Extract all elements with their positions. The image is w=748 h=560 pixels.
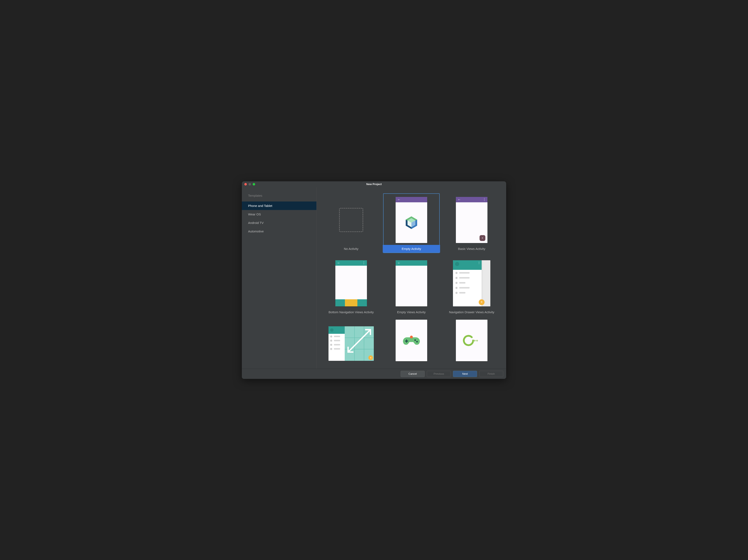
template-card-bottom-navigation[interactable]: ← ⋮ Bottom Navigation Views Activity <box>323 257 379 316</box>
template-thumb: + <box>323 322 379 364</box>
phone-preview: ++ <box>456 320 487 361</box>
sidebar-item-label: Automotive <box>248 229 264 233</box>
zoom-window-icon[interactable] <box>253 183 255 186</box>
grid-pane: + <box>345 326 374 361</box>
overflow-menu-icon: ⋮ <box>483 198 486 201</box>
phone-preview: ← <box>396 197 427 243</box>
sidebar-item-automotive[interactable]: Automotive <box>242 227 317 236</box>
back-arrow-icon: ← <box>397 261 401 265</box>
template-grid: No Activity ← <box>323 193 500 364</box>
sidebar-item-phone-and-tablet[interactable]: Phone and Tablet <box>242 201 317 210</box>
template-label: Bottom Navigation Views Activity <box>323 308 380 316</box>
template-thumb: ← <box>383 195 439 245</box>
template-label: No Activity <box>323 245 380 252</box>
dialog-footer: Cancel Previous Next Finish <box>242 369 506 379</box>
template-thumb <box>323 195 379 245</box>
template-card-navigation-drawer[interactable]: ⋮ + <box>443 257 500 316</box>
app-bar: ← ⋮ <box>456 197 487 202</box>
sidebar-item-android-tv[interactable]: Android TV <box>242 219 317 227</box>
cancel-button[interactable]: Cancel <box>401 371 425 377</box>
template-thumb: ++ <box>444 322 499 359</box>
template-card-basic-views-activity[interactable]: ← ⋮ + Basic Views Activity <box>443 193 500 253</box>
template-card-empty-activity[interactable]: ← <box>383 193 440 253</box>
button-label: Next <box>462 372 468 375</box>
app-bar: ← <box>396 260 427 266</box>
phone-preview: ⋮ + <box>453 260 490 307</box>
overflow-menu-icon: ⋮ <box>478 261 481 264</box>
avatar-icon <box>455 262 459 266</box>
minimize-window-icon[interactable] <box>249 183 251 186</box>
cpp-icon: ++ <box>463 333 481 348</box>
back-arrow-icon: ← <box>337 261 340 265</box>
titlebar: New Project <box>242 181 506 187</box>
button-label: Cancel <box>408 372 417 375</box>
window-title: New Project <box>366 182 382 186</box>
avatar-icon <box>330 328 333 332</box>
resize-arrow-icon <box>346 327 373 354</box>
template-card-no-activity[interactable]: No Activity <box>323 193 379 253</box>
sidebar-item-label: Wear OS <box>248 213 261 216</box>
phone-preview: ← <box>396 260 427 307</box>
phone-body: ++ <box>456 320 487 361</box>
template-label: Empty Activity <box>383 245 440 252</box>
template-thumb: ⋮ + <box>444 259 499 308</box>
svg-text:++: ++ <box>474 339 478 343</box>
template-gallery[interactable]: No Activity ← <box>317 187 506 369</box>
app-bar: ← <box>396 197 427 202</box>
gamepad-icon <box>402 334 421 347</box>
sidebar-header: Templates <box>242 191 317 201</box>
overflow-menu-icon: ⋮ <box>362 261 365 265</box>
template-label: Basic Views Activity <box>443 245 500 252</box>
close-window-icon[interactable] <box>244 183 247 186</box>
back-arrow-icon: ← <box>397 198 401 201</box>
compose-logo-icon <box>404 215 419 230</box>
dashed-placeholder-icon <box>339 208 363 232</box>
phone-preview: ← ⋮ <box>335 260 367 307</box>
sidebar-item-label: Android TV <box>248 221 264 224</box>
previous-button: Previous <box>427 371 451 377</box>
template-thumb: ← ⋮ <box>323 259 379 308</box>
fab-add-icon: + <box>480 235 485 241</box>
sidebar-item-wear-os[interactable]: Wear OS <box>242 210 317 219</box>
next-button[interactable]: Next <box>453 371 477 377</box>
dialog-body: Templates Phone and Tablet Wear OS Andro… <box>242 187 506 369</box>
template-label: Navigation Drawer Views Activity <box>443 308 500 316</box>
button-label: Previous <box>434 372 444 375</box>
template-card-empty-views-activity[interactable]: ← Empty Views Activity <box>383 257 440 316</box>
svg-point-10 <box>416 341 418 342</box>
phone-body: + <box>456 202 487 243</box>
template-thumb: ← <box>383 259 439 308</box>
svg-line-6 <box>348 330 371 352</box>
drawer-rows <box>453 270 482 299</box>
bottom-nav <box>335 299 367 307</box>
template-label: Empty Views Activity <box>383 308 440 316</box>
finish-button: Finish <box>479 371 503 377</box>
svg-point-9 <box>414 339 416 341</box>
fab-add-icon: + <box>479 299 485 305</box>
drawer-header: ⋮ <box>453 260 482 270</box>
button-label: Finish <box>488 372 495 375</box>
template-thumb: ← ⋮ + <box>444 195 499 245</box>
window-controls <box>244 183 255 186</box>
tablet-preview: + <box>328 326 374 361</box>
sidebar-item-label: Phone and Tablet <box>248 204 273 208</box>
svg-point-11 <box>410 336 413 338</box>
phone-body <box>396 320 427 361</box>
template-thumb <box>383 322 439 359</box>
phone-preview <box>396 320 427 361</box>
template-card-responsive-views[interactable]: + <box>323 320 379 364</box>
phone-body <box>396 266 427 307</box>
sidebar: Templates Phone and Tablet Wear OS Andro… <box>242 187 317 369</box>
app-bar: ← ⋮ <box>335 260 367 266</box>
svg-rect-8 <box>405 340 408 341</box>
phone-preview: ← ⋮ + <box>456 197 487 243</box>
new-project-dialog: New Project Templates Phone and Tablet W… <box>242 181 506 379</box>
phone-body <box>335 266 367 299</box>
fab-add-icon: + <box>368 356 373 360</box>
template-card-native-cpp[interactable]: ++ <box>443 320 500 364</box>
template-card-game-activity[interactable] <box>383 320 440 364</box>
phone-body <box>396 202 427 243</box>
back-arrow-icon: ← <box>458 198 461 201</box>
